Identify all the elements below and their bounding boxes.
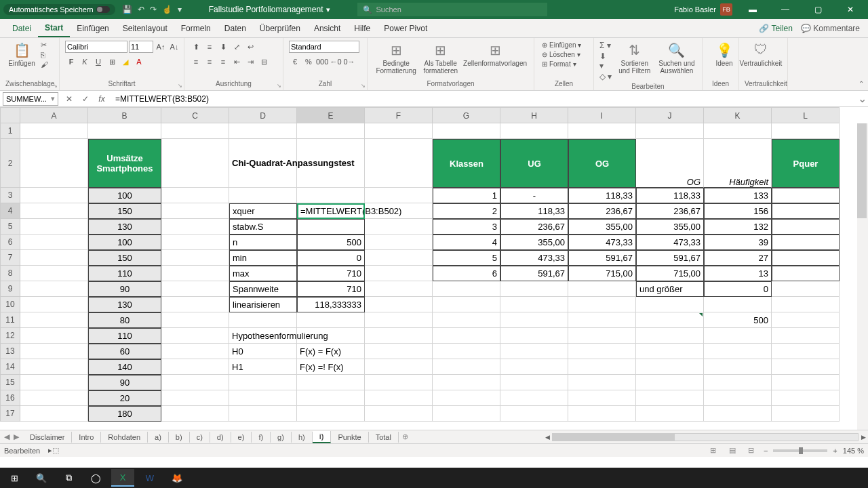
align-right-icon[interactable]: ≡	[217, 56, 229, 68]
close-icon[interactable]: ✕	[838, 5, 863, 14]
table-fmt-button[interactable]: ⊞Als Tabelle formatieren	[422, 41, 459, 76]
fontcolor-button[interactable]: A	[133, 56, 145, 68]
ribbon-options-icon[interactable]: ▬	[741, 5, 765, 14]
sheet-tab[interactable]: e)	[231, 432, 252, 443]
conditional-fmt-button[interactable]: ⊞Bedingte Formatierung	[373, 41, 419, 76]
word-icon[interactable]: W	[138, 469, 161, 487]
taskview-icon[interactable]: ⧉	[57, 469, 80, 487]
align-bot-icon[interactable]: ⬇	[217, 41, 229, 53]
search-icon[interactable]: 🔍	[30, 469, 53, 487]
ideas-button[interactable]: 💡Ideen	[708, 41, 741, 68]
maximize-icon[interactable]: ▢	[806, 5, 830, 14]
search-input[interactable]: 🔍 Suchen	[357, 3, 547, 16]
accept-formula-icon[interactable]: ✓	[79, 94, 92, 104]
sheet-tab[interactable]: d)	[210, 432, 231, 443]
wrap-icon[interactable]: ↩	[244, 41, 256, 53]
tab-data[interactable]: Daten	[218, 20, 253, 37]
sheet-tab[interactable]: Disclaimer	[23, 432, 72, 443]
collapse-ribbon-icon[interactable]: ⌃	[859, 80, 864, 87]
name-box[interactable]: SUMMEW...▾	[3, 92, 58, 106]
document-title[interactable]: Fallstudie Portfoliomanagement	[209, 5, 323, 14]
sheet-tab[interactable]: Intro	[72, 432, 101, 443]
tab-insert[interactable]: Einfügen	[70, 20, 115, 37]
start-button[interactable]: ⊞	[3, 469, 26, 487]
formula-input[interactable]: =MITTELWERT(B3:B502)	[113, 94, 856, 104]
minimize-icon[interactable]: —	[773, 5, 797, 14]
fx-icon[interactable]: fx	[95, 94, 108, 104]
macro-record-icon[interactable]: ▸⬚	[48, 446, 59, 455]
border-button[interactable]: ⊞	[106, 56, 118, 68]
col-header[interactable]: D	[229, 107, 297, 123]
col-header[interactable]: E	[297, 107, 365, 123]
fillcolor-button[interactable]: ◢	[119, 56, 132, 68]
col-header[interactable]: K	[704, 107, 772, 123]
redo-icon[interactable]: ↷	[150, 5, 157, 14]
cut-icon[interactable]: ✂	[41, 41, 48, 49]
error-indicator-icon[interactable]	[699, 313, 703, 317]
bold-button[interactable]: F	[65, 56, 77, 68]
findselect-button[interactable]: 🔍Suchen und Auswählen	[657, 41, 696, 76]
align-center-icon[interactable]: ≡	[203, 56, 216, 68]
sortfilter-button[interactable]: ⇅Sortieren und Filtern	[615, 41, 654, 76]
sheet-tab[interactable]: g)	[271, 432, 292, 443]
format-cells-button[interactable]: ⊞Format▾	[540, 60, 588, 68]
decinc-icon[interactable]: ←0	[330, 56, 342, 68]
number-launcher[interactable]: ↘	[361, 83, 366, 89]
percent-icon[interactable]: %	[302, 56, 315, 68]
sheet-tab[interactable]: b)	[169, 432, 190, 443]
col-header[interactable]: A	[20, 107, 88, 123]
worksheet-grid[interactable]: A B C D E F G H I J K L 1 2Umsätze Smart…	[0, 107, 868, 430]
col-header[interactable]: F	[365, 107, 433, 123]
insert-rows-button[interactable]: ⊕Einfügen▾	[540, 41, 588, 49]
align-mid-icon[interactable]: ≡	[203, 41, 216, 53]
indent-icon[interactable]: ⇥	[244, 56, 256, 68]
zoom-slider[interactable]	[773, 449, 827, 452]
excel-icon[interactable]: X	[111, 469, 134, 487]
underline-button[interactable]: U	[92, 56, 104, 68]
tab-review[interactable]: Überprüfen	[253, 20, 307, 37]
select-all-corner[interactable]	[0, 107, 20, 123]
autosum-icon[interactable]: Σ ▾	[599, 41, 612, 50]
align-top-icon[interactable]: ⬆	[190, 41, 202, 53]
view-break-icon[interactable]: ⊟	[745, 446, 758, 455]
fontsize-inc-icon[interactable]: A↑	[155, 41, 167, 53]
tab-prev-icon[interactable]: ◀	[4, 432, 9, 441]
orient-icon[interactable]: ⤢	[231, 41, 243, 53]
formatpaint-icon[interactable]: 🖌	[41, 60, 48, 68]
outdent-icon[interactable]: ⇤	[231, 56, 243, 68]
clear-icon[interactable]: ◇ ▾	[599, 72, 612, 81]
decdec-icon[interactable]: 0→	[343, 56, 355, 68]
qat-menu-icon[interactable]: ▾	[178, 5, 182, 14]
tab-next-icon[interactable]: ▶	[14, 432, 19, 441]
col-header[interactable]: B	[88, 107, 161, 123]
number-format-select[interactable]	[289, 41, 359, 53]
tab-formulas[interactable]: Formeln	[174, 20, 218, 37]
sheet-tab[interactable]: h)	[292, 432, 313, 443]
fontsize-select[interactable]	[129, 41, 153, 53]
fill-icon[interactable]: ⬇ ▾	[599, 52, 612, 70]
sheet-tab[interactable]: f)	[252, 432, 271, 443]
sensitivity-button[interactable]: 🛡Vertraulichkeit	[745, 41, 777, 68]
add-sheet-button[interactable]: ⊕	[399, 432, 412, 441]
horizontal-scrollbar[interactable]: ◀ ▶	[542, 432, 868, 442]
col-header[interactable]: H	[500, 107, 568, 123]
col-header[interactable]: C	[161, 107, 229, 123]
sheet-tab[interactable]: a)	[148, 432, 169, 443]
merge-icon[interactable]: ⊟	[258, 56, 270, 68]
sheet-tab[interactable]: c)	[190, 432, 210, 443]
tab-view[interactable]: Ansicht	[307, 20, 347, 37]
autosave-toggle[interactable]: Automatisches Speichern	[3, 4, 115, 15]
col-header[interactable]: G	[433, 107, 500, 123]
zoom-level[interactable]: 145 %	[843, 447, 864, 455]
share-button[interactable]: 🔗 Teilen	[759, 24, 792, 33]
comments-button[interactable]: 💬 Kommentare	[801, 24, 860, 33]
paste-button[interactable]: 📋 Einfügen	[5, 41, 38, 68]
align-left-icon[interactable]: ≡	[190, 56, 202, 68]
sheet-tab[interactable]: i)	[313, 431, 332, 443]
col-header[interactable]: J	[636, 107, 704, 123]
fontsize-dec-icon[interactable]: A↓	[168, 41, 180, 53]
thousand-icon[interactable]: 000	[316, 56, 328, 68]
zoom-out-icon[interactable]: −	[764, 447, 768, 455]
cancel-formula-icon[interactable]: ✕	[62, 94, 76, 104]
col-header[interactable]: L	[772, 107, 840, 123]
